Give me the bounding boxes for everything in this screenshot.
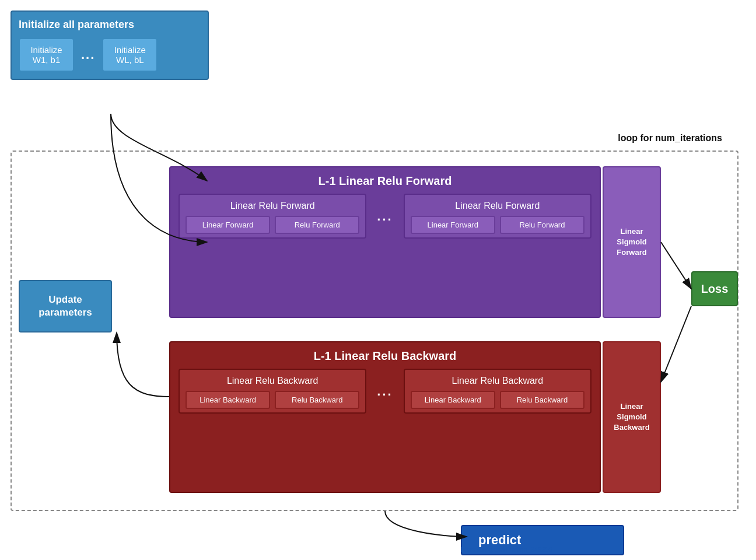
- forward-inner-title-2: Linear Relu Forward: [411, 201, 584, 211]
- forward-sub-row-2: Linear Forward Relu Forward: [411, 216, 584, 234]
- backward-sub-box-relu-2: Relu Backward: [500, 391, 584, 409]
- loss-box: Loss: [691, 271, 738, 306]
- loop-label: loop for num_iterations: [618, 133, 722, 144]
- linear-sigmoid-forward-box: LinearSigmoidForward: [603, 166, 661, 318]
- linear-sigmoid-backward-box: LinearSigmoidBackward: [603, 341, 661, 493]
- forward-outer-box: L-1 Linear Relu Forward Linear Relu Forw…: [169, 166, 601, 318]
- diagram-container: Initialize all parameters InitializeW1, …: [0, 0, 756, 560]
- backward-inner-row: Linear Relu Backward Linear Backward Rel…: [170, 369, 600, 414]
- update-params-label: Updateparameters: [38, 293, 92, 319]
- predict-url: https://blog.csdn.net/qq_346210: [461, 546, 552, 553]
- backward-inner-title-2: Linear Relu Backward: [411, 376, 584, 386]
- backward-sub-box-linear-1: Linear Backward: [186, 391, 270, 409]
- forward-outer-title: L-1 Linear Relu Forward: [170, 167, 600, 194]
- backward-sub-box-linear-2: Linear Backward: [411, 391, 495, 409]
- forward-sub-box-linear-1: Linear Forward: [186, 216, 270, 234]
- backward-sub-box-relu-1: Relu Backward: [275, 391, 359, 409]
- init-all-params-title: Initialize all parameters: [19, 19, 201, 31]
- forward-middle-dots: ...: [377, 209, 393, 224]
- backward-sub-row-1: Linear Backward Relu Backward: [186, 391, 359, 409]
- backward-sub-row-2: Linear Backward Relu Backward: [411, 391, 584, 409]
- forward-inner-title-1: Linear Relu Forward: [186, 201, 359, 211]
- forward-sub-box-relu-1: Relu Forward: [275, 216, 359, 234]
- update-params-box: Updateparameters: [19, 280, 112, 332]
- loss-label: Loss: [701, 282, 729, 296]
- backward-middle-dots: ...: [377, 384, 393, 399]
- linear-sigmoid-backward-label: LinearSigmoidBackward: [614, 401, 649, 433]
- backward-outer-box: L-1 Linear Relu Backward Linear Relu Bac…: [169, 341, 601, 493]
- forward-inner-box-2: Linear Relu Forward Linear Forward Relu …: [404, 194, 592, 239]
- forward-inner-row: Linear Relu Forward Linear Forward Relu …: [170, 194, 600, 239]
- backward-inner-box-1: Linear Relu Backward Linear Backward Rel…: [178, 369, 366, 414]
- init-all-params-box: Initialize all parameters InitializeW1, …: [10, 10, 209, 80]
- backward-outer-title: L-1 Linear Relu Backward: [170, 342, 600, 369]
- init-wlbl-box: InitializeWL, bL: [102, 38, 158, 72]
- init-w1b1-box: InitializeW1, b1: [19, 38, 74, 72]
- forward-sub-box-linear-2: Linear Forward: [411, 216, 495, 234]
- init-sub-boxes: InitializeW1, b1 ... InitializeWL, bL: [19, 38, 201, 72]
- backward-inner-box-2: Linear Relu Backward Linear Backward Rel…: [404, 369, 592, 414]
- init-dots: ...: [81, 47, 95, 62]
- linear-sigmoid-forward-label: LinearSigmoidForward: [617, 226, 646, 258]
- forward-inner-box-1: Linear Relu Forward Linear Forward Relu …: [178, 194, 366, 239]
- forward-sub-row-1: Linear Forward Relu Forward: [186, 216, 359, 234]
- backward-inner-title-1: Linear Relu Backward: [186, 376, 359, 386]
- forward-sub-box-relu-2: Relu Forward: [500, 216, 584, 234]
